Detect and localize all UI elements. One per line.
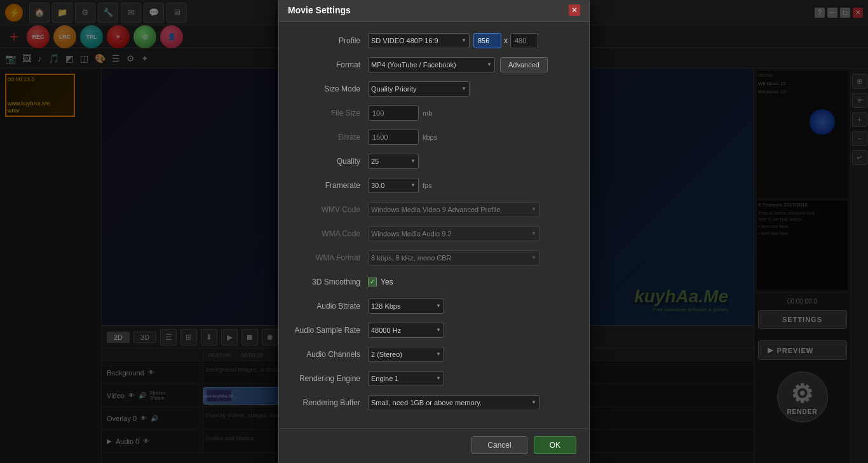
audio-channels-select[interactable]: 2 (Stereo) ▼ — [368, 347, 444, 362]
audio-bitrate-row: Audio Bitrate 128 Kbps ▼ — [292, 297, 576, 315]
wma-format-dropdown-icon: ▼ — [531, 255, 536, 260]
format-select[interactable]: MP4 (YouTube / Facebook) ▼ — [368, 57, 495, 72]
framerate-select[interactable]: 30.0 ▼ — [368, 178, 419, 193]
modal-title: Movie Settings — [288, 5, 351, 15]
wmv-code-label: WMV Code — [292, 205, 368, 214]
quality-label: Quality — [292, 157, 368, 166]
wma-code-select: Windows Media Audio 9.2 ▼ — [368, 226, 539, 241]
render-buffer-row: Rendering Buffer Small, need 1GB or abov… — [292, 394, 576, 412]
profile-dimensions: 856 x 480 — [473, 33, 538, 48]
framerate-value: 30.0 — [371, 182, 384, 189]
audio-channels-dropdown-icon: ▼ — [436, 351, 441, 357]
wmv-code-dropdown-icon: ▼ — [531, 206, 536, 212]
audio-bitrate-select[interactable]: 128 Kbps ▼ — [368, 299, 444, 314]
modal-body: Profile SD VIDEO 480P 16:9 ▼ 856 x 480 F… — [279, 22, 589, 428]
wma-format-label: WMA Format — [292, 253, 368, 262]
render-engine-value: Engine 1 — [371, 375, 398, 382]
render-buffer-select[interactable]: Small, need 1GB or above memory. ▼ — [368, 395, 539, 410]
advanced-button[interactable]: Advanced — [500, 57, 548, 72]
render-buffer-value: Small, need 1GB or above memory. — [371, 399, 482, 406]
wma-code-row: WMA Code Windows Media Audio 9.2 ▼ — [292, 225, 576, 243]
smoothing-checkbox[interactable]: ✓ — [368, 278, 377, 286]
wma-code-value: Windows Media Audio 9.2 — [371, 230, 452, 238]
format-dropdown-icon: ▼ — [487, 62, 492, 67]
audio-channels-row: Audio Channels 2 (Stereo) ▼ — [292, 346, 576, 363]
profile-height-input[interactable]: 480 — [510, 33, 538, 48]
cancel-button[interactable]: Cancel — [471, 436, 527, 454]
bitrate-unit: kbps — [423, 133, 437, 141]
framerate-dropdown-icon: ▼ — [410, 182, 416, 188]
render-buffer-dropdown-icon: ▼ — [531, 399, 536, 405]
render-engine-select[interactable]: Engine 1 ▼ — [368, 371, 444, 386]
quality-select[interactable]: 25 ▼ — [368, 154, 419, 169]
wma-code-dropdown-icon: ▼ — [531, 231, 536, 236]
profile-value: SD VIDEO 480P 16:9 — [371, 37, 438, 44]
wmv-code-row: WMV Code Windows Media Video 9 Advanced … — [292, 201, 576, 218]
size-mode-select[interactable]: Quality Priority ▼ — [368, 81, 470, 97]
smoothing-text: Yes — [381, 278, 393, 286]
audio-sample-label: Audio Sample Rate — [292, 326, 368, 335]
profile-row: Profile SD VIDEO 480P 16:9 ▼ 856 x 480 — [292, 32, 576, 50]
modal-header: Movie Settings ✕ — [279, 0, 589, 22]
quality-value: 25 — [371, 158, 379, 165]
bitrate-label: Bitrate — [292, 133, 368, 142]
bitrate-row: Bitrate 1500 kbps — [292, 128, 576, 146]
modal-close-button[interactable]: ✕ — [569, 4, 580, 16]
size-mode-dropdown-icon: ▼ — [461, 86, 466, 91]
bitrate-input: 1500 — [368, 130, 419, 145]
format-value: MP4 (YouTube / Facebook) — [371, 61, 456, 69]
modal-overlay: Movie Settings ✕ Profile SD VIDEO 480P 1… — [0, 0, 868, 463]
framerate-label: Framerate — [292, 181, 368, 190]
wma-format-row: WMA Format 8 kbps, 8 kHz, mono CBR ▼ — [292, 249, 576, 267]
wma-format-value: 8 kbps, 8 kHz, mono CBR — [371, 254, 452, 262]
render-engine-row: Rendering Engine Engine 1 ▼ — [292, 370, 576, 387]
file-size-label: File Size — [292, 109, 368, 117]
profile-select[interactable]: SD VIDEO 480P 16:9 ▼ — [368, 33, 470, 48]
smoothing-row: 3D Smoothing ✓ Yes — [292, 273, 576, 291]
format-row: Format MP4 (YouTube / Facebook) ▼ Advanc… — [292, 56, 576, 74]
audio-channels-label: Audio Channels — [292, 350, 368, 359]
quality-dropdown-icon: ▼ — [410, 158, 416, 164]
size-mode-label: Size Mode — [292, 84, 368, 93]
file-size-row: File Size 100 mb — [292, 104, 576, 122]
smoothing-label: 3D Smoothing — [292, 278, 368, 286]
audio-bitrate-value: 128 Kbps — [371, 302, 400, 310]
audio-bitrate-label: Audio Bitrate — [292, 302, 368, 311]
profile-label: Profile — [292, 36, 368, 45]
smoothing-checkbox-row: ✓ Yes — [368, 278, 393, 286]
wma-format-select: 8 kbps, 8 kHz, mono CBR ▼ — [368, 250, 539, 265]
file-size-unit: mb — [423, 109, 432, 117]
profile-width-input[interactable]: 856 — [473, 33, 501, 48]
audio-bitrate-dropdown-icon: ▼ — [436, 303, 441, 309]
audio-channels-value: 2 (Stereo) — [371, 351, 402, 358]
modal-footer: Cancel OK — [279, 428, 589, 464]
render-buffer-label: Rendering Buffer — [292, 398, 368, 407]
size-mode-value: Quality Priority — [371, 85, 417, 93]
dimension-x: x — [504, 36, 508, 45]
wmv-code-select: Windows Media Video 9 Advanced Profile ▼ — [368, 202, 539, 217]
framerate-row: Framerate 30.0 ▼ fps — [292, 177, 576, 194]
render-engine-dropdown-icon: ▼ — [436, 375, 441, 381]
audio-sample-value: 48000 Hz — [371, 326, 401, 334]
wmv-code-value: Windows Media Video 9 Advanced Profile — [371, 206, 500, 213]
framerate-unit: fps — [423, 182, 432, 189]
profile-dropdown-icon: ▼ — [461, 37, 466, 43]
movie-settings-dialog: Movie Settings ✕ Profile SD VIDEO 480P 1… — [278, 0, 590, 463]
audio-sample-row: Audio Sample Rate 48000 Hz ▼ — [292, 321, 576, 339]
audio-sample-select[interactable]: 48000 Hz ▼ — [368, 323, 444, 338]
file-size-input: 100 — [368, 105, 419, 121]
format-label: Format — [292, 60, 368, 69]
quality-row: Quality 25 ▼ — [292, 152, 576, 170]
render-engine-label: Rendering Engine — [292, 374, 368, 383]
size-mode-row: Size Mode Quality Priority ▼ — [292, 80, 576, 98]
audio-sample-dropdown-icon: ▼ — [436, 327, 441, 333]
wma-code-label: WMA Code — [292, 229, 368, 238]
ok-button[interactable]: OK — [534, 436, 576, 454]
